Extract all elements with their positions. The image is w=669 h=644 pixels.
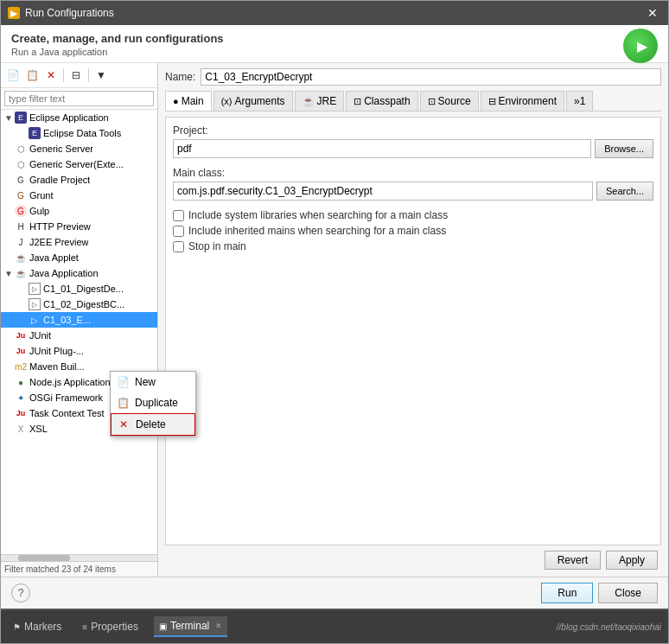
dialog-footer: ? Run Close (1, 577, 668, 609)
properties-icon: ≡ (82, 622, 87, 632)
right-panel: Name: ● Main (x) Arguments ☕ JRE ⊡ (158, 63, 668, 577)
tree-item-eclipse-app[interactable]: ▼ E Eclipse Application (1, 110, 157, 125)
dialog-header: Create, manage, and run configurations R… (1, 25, 668, 63)
tree-item-j2ee[interactable]: J J2EE Preview (1, 234, 157, 250)
search-button[interactable]: Search... (596, 182, 653, 201)
j2ee-label: J2EE Preview (29, 237, 88, 247)
main-class-input[interactable] (173, 182, 593, 201)
toolbar-separator (63, 68, 64, 82)
horizontal-scrollbar[interactable] (1, 554, 157, 561)
tree-item-java-application[interactable]: ▼ ☕ Java Application (1, 265, 157, 281)
context-menu: 📄 New 📋 Duplicate ✕ Delete (110, 371, 196, 437)
browse-button[interactable]: Browse... (595, 139, 653, 158)
main-class-group: Main class: Search... (173, 167, 653, 201)
tab-main[interactable]: ● Main (165, 91, 212, 112)
form-buttons: Revert Apply (165, 545, 661, 571)
nodejs-label: Node.js Application... (29, 377, 118, 387)
dialog-title: Run Configurations (25, 7, 114, 19)
tree-item-grunt[interactable]: G Grunt (1, 188, 157, 203)
properties-label: Properties (91, 621, 138, 633)
grunt-icon: G (15, 189, 27, 201)
java-app-label: Java Application (29, 268, 99, 278)
tree-item-java-applet[interactable]: ☕ Java Applet (1, 250, 157, 265)
eclipse-data-icon: E (29, 127, 41, 139)
tree-area: ▼ E Eclipse Application E Eclipse Data T… (1, 110, 157, 554)
terminal-close-icon[interactable]: ✕ (215, 622, 222, 630)
tree-item-generic-server[interactable]: ⬡ Generic Server (1, 141, 157, 156)
run-configurations-dialog: ▶ Run Configurations ✕ Create, manage, a… (0, 0, 669, 644)
stop-main-checkbox[interactable] (173, 241, 184, 252)
tree-item-generic-server-ext[interactable]: ⬡ Generic Server(Exte... (1, 156, 157, 172)
tree-item-c1-03[interactable]: ▷ C1_03_E... (1, 312, 157, 328)
checkbox-stop-main: Stop in main (173, 240, 653, 252)
context-menu-delete[interactable]: ✕ Delete (111, 413, 195, 436)
markers-icon: ⚑ (13, 622, 21, 632)
main-class-input-row: Search... (173, 182, 653, 201)
duplicate-config-button[interactable]: 📋 (23, 67, 41, 84)
tab-source[interactable]: ⊡ Source (420, 91, 479, 111)
tab-markers[interactable]: ⚑ Markers (8, 617, 67, 636)
context-duplicate-label: Duplicate (135, 397, 178, 409)
tree-item-http[interactable]: H HTTP Preview (1, 219, 157, 234)
project-label: Project: (173, 124, 653, 137)
sys-libs-checkbox[interactable] (173, 210, 184, 221)
run-button[interactable]: Run (541, 583, 593, 603)
close-button[interactable]: ✕ (644, 6, 661, 20)
new-config-button[interactable]: 📄 (4, 67, 22, 84)
eclipse-app-label: Eclipse Application (29, 112, 109, 123)
apply-button[interactable]: Apply (606, 551, 658, 570)
tree-item-eclipse-data[interactable]: E Eclipse Data Tools (1, 125, 157, 141)
context-menu-new[interactable]: 📄 New (111, 372, 195, 392)
main-class-label: Main class: (173, 167, 653, 179)
tab-main-label: Main (182, 95, 204, 107)
name-label: Name: (165, 71, 195, 83)
scrollbar-thumb (18, 555, 70, 561)
project-input[interactable] (173, 139, 591, 158)
filter-status: Filter matched 23 of 24 items (1, 561, 157, 577)
tab-jre[interactable]: ☕ JRE (295, 91, 345, 111)
tab-environment[interactable]: ⊟ Environment (481, 91, 564, 111)
inherited-label: Include inherited mains when searching f… (188, 225, 446, 237)
filter-input[interactable] (4, 91, 154, 106)
new-context-icon: 📄 (116, 376, 130, 388)
help-button[interactable]: ? (11, 583, 30, 603)
tab-more[interactable]: »1 (566, 91, 593, 111)
checkbox-sys-libs: Include system libraries when searching … (173, 209, 653, 221)
gradle-icon: G (15, 174, 27, 186)
tree-item-junit[interactable]: Ju JUnit (1, 328, 157, 343)
c1-03-icon: ▷ (29, 314, 41, 326)
tree-item-c1-01[interactable]: ▷ C1_01_DigestDe... (1, 281, 157, 296)
delete-config-button[interactable]: ✕ (42, 67, 60, 84)
run-big-button[interactable] (623, 29, 658, 63)
tree-item-gradle[interactable]: G Gradle Project (1, 172, 157, 188)
maven-icon: m2 (15, 360, 27, 373)
checkbox-inherited: Include inherited mains when searching f… (173, 225, 653, 237)
tab-properties[interactable]: ≡ Properties (77, 617, 143, 636)
delete-context-icon: ✕ (117, 418, 131, 430)
junit-icon: Ju (15, 329, 27, 341)
generic-server-label: Generic Server (29, 143, 93, 154)
http-label: HTTP Preview (29, 221, 91, 232)
tree-item-c1-02[interactable]: ▷ C1_02_DigestBC... (1, 296, 157, 312)
revert-button[interactable]: Revert (545, 551, 601, 570)
context-delete-label: Delete (136, 418, 166, 430)
tab-classpath-label: Classpath (364, 95, 410, 107)
classpath-tab-icon: ⊡ (354, 96, 361, 107)
filter-button[interactable]: ▼ (92, 67, 110, 84)
tab-arguments[interactable]: (x) Arguments (213, 91, 293, 111)
tab-classpath[interactable]: ⊡ Classpath (346, 91, 417, 111)
context-menu-duplicate[interactable]: 📋 Duplicate (111, 392, 195, 413)
tab-terminal[interactable]: ▣ Terminal ✕ (154, 616, 227, 637)
toolbar-separator-2 (88, 68, 89, 82)
inherited-checkbox[interactable] (173, 226, 184, 237)
tab-arguments-label: Arguments (235, 95, 285, 107)
collapse-button[interactable]: ⊟ (67, 67, 85, 84)
tab-source-label: Source (438, 95, 471, 107)
footer-buttons: Run Close (541, 583, 658, 603)
osgi-label: OSGi Framework (29, 392, 103, 403)
tree-item-gulp[interactable]: G Gulp (1, 203, 157, 219)
dialog-close-button[interactable]: Close (598, 583, 658, 603)
name-input[interactable] (201, 68, 661, 86)
tree-item-junit-plug[interactable]: Ju JUnit Plug-... (1, 343, 157, 359)
main-tab-form: Project: Browse... Main class: Search... (165, 117, 661, 545)
